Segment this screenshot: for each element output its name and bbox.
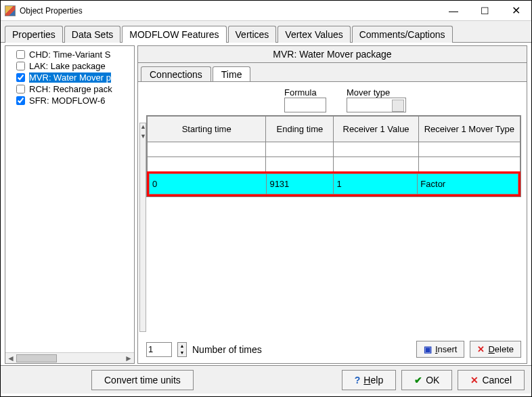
subtab-time[interactable]: Time — [213, 66, 251, 82]
scroll-thumb[interactable] — [16, 354, 57, 362]
table-row[interactable] — [148, 157, 520, 172]
tree-label: MVR: Water Mover p — [29, 72, 111, 83]
panel-vscrollbar[interactable]: ▲ ▼ — [139, 123, 146, 332]
help-button[interactable]: ? HHelpelp — [342, 370, 396, 390]
tree-label: RCH: Recharge pack — [29, 84, 112, 94]
tree-item-mvr[interactable]: MVR: Water Mover p — [7, 72, 133, 83]
table-row-highlighted[interactable]: 0 9131 1 Factor — [150, 174, 518, 194]
number-of-times-input[interactable] — [146, 342, 172, 357]
tree-item-chd[interactable]: CHD: Time-Variant S — [7, 49, 133, 60]
tab-modflow-features[interactable]: MODFLOW Features — [122, 26, 226, 43]
scroll-right-icon[interactable]: ► — [123, 354, 134, 363]
maximize-button[interactable]: ☐ — [469, 1, 500, 21]
panel-body: ▲ ▼ Formula Mover type ▼ Starting — [137, 81, 527, 364]
formula-label: Formula — [284, 87, 326, 98]
mover-type-select[interactable]: ▼ — [347, 98, 406, 112]
panel-title: MVR: Water Mover package — [137, 45, 527, 62]
col-starting-time[interactable]: Starting time — [148, 117, 266, 142]
tree-item-sfr[interactable]: SFR: MODFLOW-6 — [7, 95, 133, 106]
cell-receiver-1-mover-type[interactable]: Factor — [418, 174, 518, 194]
window-title: Object Properties — [20, 6, 83, 16]
dialog-button-bar: Convert time units ? HHelpelp ✔ OK ✕ Can… — [1, 365, 531, 394]
title-bar: Object Properties — ☐ ✕ — [1, 1, 531, 21]
main-tab-bar: Properties Data Sets MODFLOW Features Ve… — [1, 21, 531, 43]
cell-ending-time[interactable]: 9131 — [267, 174, 334, 194]
tree-checkbox[interactable] — [16, 96, 25, 105]
col-receiver-1-value[interactable]: Receiver 1 Value — [334, 117, 418, 142]
table-row[interactable] — [148, 142, 520, 157]
tab-vertices[interactable]: Vertices — [228, 26, 277, 43]
tab-properties[interactable]: Properties — [5, 26, 63, 43]
time-grid: Starting time Ending time Receiver 1 Val… — [146, 115, 521, 197]
insert-icon: ▣ — [424, 344, 432, 354]
tree-label: CHD: Time-Variant S — [29, 49, 110, 60]
chevron-down-icon[interactable]: ▼ — [178, 350, 186, 356]
cancel-icon: ✕ — [470, 375, 479, 385]
check-icon: ✔ — [414, 375, 422, 385]
highlighted-row-box: 0 9131 1 Factor — [147, 171, 520, 196]
subtab-connections[interactable]: Connections — [141, 66, 211, 82]
col-ending-time[interactable]: Ending time — [266, 117, 334, 142]
minimize-button[interactable]: — — [438, 1, 469, 21]
tab-comments-captions[interactable]: Comments/Captions — [352, 26, 453, 43]
scroll-down-icon[interactable]: ▼ — [140, 133, 146, 142]
scroll-up-icon[interactable]: ▲ — [140, 123, 146, 133]
panel-footer: ▲ ▼ Number of times ▣ IInsertnsert ✕ DDe… — [146, 337, 521, 358]
tree-hscrollbar[interactable]: ◄ ► — [5, 352, 134, 363]
scroll-left-icon[interactable]: ◄ — [5, 354, 16, 363]
tree-checkbox[interactable] — [16, 85, 25, 93]
cancel-button[interactable]: ✕ Cancel — [458, 370, 525, 390]
tree-checkbox[interactable] — [16, 50, 25, 59]
tree-checkbox[interactable] — [16, 73, 25, 82]
sub-tab-bar: Connections Time — [137, 62, 527, 81]
delete-button[interactable]: ✕ DDeleteelete — [470, 341, 521, 358]
mover-type-label: Mover type — [347, 87, 406, 98]
convert-time-units-button[interactable]: Convert time units — [91, 370, 194, 390]
chevron-up-icon[interactable]: ▲ — [178, 343, 186, 350]
number-of-times-stepper[interactable]: ▲ ▼ — [177, 342, 187, 357]
cell-receiver-1-value[interactable]: 1 — [334, 174, 418, 194]
ok-button[interactable]: ✔ OK — [401, 370, 452, 390]
tree-label: SFR: MODFLOW-6 — [29, 96, 105, 106]
cell-starting-time[interactable]: 0 — [150, 174, 267, 194]
insert-button[interactable]: ▣ IInsertnsert — [416, 341, 465, 358]
tab-data-sets[interactable]: Data Sets — [64, 26, 120, 43]
delete-icon: ✕ — [477, 344, 485, 354]
formula-input[interactable] — [284, 98, 326, 112]
chevron-down-icon: ▼ — [395, 102, 401, 109]
tree-item-lak[interactable]: LAK: Lake package — [7, 60, 133, 72]
app-icon — [5, 5, 16, 16]
help-icon: ? — [355, 375, 361, 385]
number-of-times-label: Number of times — [192, 344, 262, 355]
tree-item-rch[interactable]: RCH: Recharge pack — [7, 83, 133, 95]
tree-checkbox[interactable] — [16, 62, 25, 70]
tab-vertex-values[interactable]: Vertex Values — [278, 26, 350, 43]
col-receiver-1-mover-type[interactable]: Receiver 1 Mover Type — [418, 117, 520, 142]
close-button[interactable]: ✕ — [500, 1, 531, 21]
feature-tree: CHD: Time-Variant S LAK: Lake package MV… — [5, 45, 135, 364]
tree-label: LAK: Lake package — [29, 61, 106, 71]
